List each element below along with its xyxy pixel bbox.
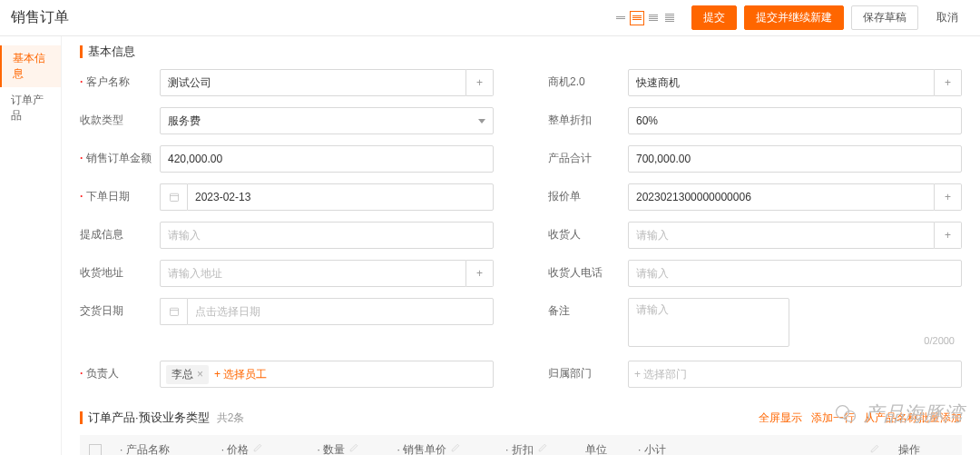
col-disc: 折扣 bbox=[512, 443, 534, 455]
customer-input[interactable] bbox=[160, 69, 466, 96]
density-dense-icon[interactable] bbox=[646, 11, 661, 25]
pay-type-value: 服务费 bbox=[168, 114, 201, 129]
commission-input[interactable] bbox=[160, 222, 494, 249]
label-dept: 归属部门 bbox=[548, 361, 628, 381]
ship-addr-input[interactable] bbox=[160, 260, 466, 287]
col-subtotal: 小计 bbox=[644, 443, 666, 455]
label-commission: 提成信息 bbox=[80, 222, 160, 242]
order-amount-input[interactable] bbox=[160, 145, 494, 173]
chevron-down-icon bbox=[478, 119, 485, 124]
fullscreen-link[interactable]: 全屏显示 bbox=[759, 410, 802, 426]
section-title-label: 基本信息 bbox=[88, 44, 135, 60]
calendar-icon bbox=[160, 298, 187, 325]
pencil-icon bbox=[450, 442, 461, 453]
nav-order-products[interactable]: 订单产品 bbox=[0, 87, 61, 129]
dept-tag-input[interactable]: + 选择部门 bbox=[628, 361, 962, 388]
pencil-icon bbox=[348, 442, 359, 453]
remark-textarea[interactable] bbox=[628, 298, 789, 347]
table-header-row: · 产品名称 · 价格 · 数量 · 销售单价 · 折扣 单位 · 小计 操作 bbox=[80, 435, 962, 455]
col-unit-price: 销售单价 bbox=[403, 443, 446, 455]
pencil-icon bbox=[252, 442, 263, 453]
basic-info-form: 客户名称 + 商机2.0 + 收款类型 服务费 bbox=[80, 69, 962, 388]
svg-rect-2 bbox=[170, 308, 178, 315]
side-nav: 基本信息 订单产品 bbox=[0, 36, 62, 455]
opportunity-input[interactable] bbox=[628, 69, 935, 96]
cancel-button[interactable]: 取消 bbox=[926, 6, 969, 29]
ship-addr-add-button[interactable]: + bbox=[466, 260, 494, 287]
label-pay-type: 收款类型 bbox=[80, 107, 160, 128]
quote-no-input[interactable] bbox=[628, 183, 935, 211]
pay-type-select[interactable]: 服务费 bbox=[160, 107, 494, 134]
label-product-total: 产品合计 bbox=[548, 145, 628, 166]
label-discount: 整单折扣 bbox=[548, 107, 628, 128]
col-price: 价格 bbox=[227, 443, 249, 455]
delivery-date-input[interactable] bbox=[187, 298, 494, 325]
quote-no-add-button[interactable]: + bbox=[935, 183, 962, 211]
customer-add-button[interactable]: + bbox=[466, 69, 494, 96]
density-sparse-icon[interactable] bbox=[613, 11, 628, 25]
label-order-date: 下单日期 bbox=[80, 183, 160, 204]
save-draft-button[interactable]: 保存草稿 bbox=[851, 5, 918, 30]
section-title-basic: 基本信息 bbox=[80, 44, 962, 60]
col-ops: 操作 bbox=[898, 443, 920, 455]
submit-button[interactable]: 提交 bbox=[691, 5, 737, 30]
receiver-input[interactable] bbox=[628, 222, 935, 249]
top-actions: 提交 提交并继续新建 保存草稿 取消 bbox=[613, 5, 969, 30]
col-unit: 单位 bbox=[585, 443, 607, 455]
label-receiver: 收货人 bbox=[548, 222, 628, 242]
col-name: 产品名称 bbox=[126, 443, 170, 455]
main-content: 基本信息 客户名称 + 商机2.0 + 收款类型 bbox=[62, 36, 980, 455]
opportunity-add-button[interactable]: + bbox=[935, 69, 962, 96]
owner-tag-label: 李总 bbox=[172, 367, 193, 382]
owner-tag: 李总 × bbox=[166, 365, 209, 384]
label-opportunity: 商机2.0 bbox=[548, 69, 628, 90]
label-order-amount: 销售订单金额 bbox=[80, 145, 160, 166]
section-marker-icon bbox=[80, 45, 83, 58]
pencil-icon bbox=[869, 443, 880, 454]
remark-char-count: 0/2000 bbox=[924, 335, 955, 346]
label-remark: 备注 bbox=[548, 298, 628, 319]
label-owner: 负责人 bbox=[80, 361, 160, 381]
section-marker-icon bbox=[80, 411, 83, 424]
density-compact-icon[interactable] bbox=[662, 11, 677, 25]
product-total-input[interactable] bbox=[628, 145, 962, 173]
add-row-link[interactable]: 添加一行 bbox=[811, 410, 855, 426]
receiver-tel-input[interactable] bbox=[628, 260, 962, 287]
svg-rect-0 bbox=[170, 193, 178, 201]
receiver-add-button[interactable]: + bbox=[935, 222, 962, 249]
density-default-icon[interactable] bbox=[630, 11, 644, 25]
page-title: 销售订单 bbox=[11, 8, 69, 27]
products-table: · 产品名称 · 价格 · 数量 · 销售单价 · 折扣 单位 · 小计 操作 … bbox=[80, 435, 962, 455]
label-ship-addr: 收货地址 bbox=[80, 260, 160, 281]
calendar-icon bbox=[160, 183, 187, 211]
add-from-name-link[interactable]: 从产品名称批量添加 bbox=[864, 410, 962, 426]
submit-continue-button[interactable]: 提交并继续新建 bbox=[744, 5, 844, 30]
discount-input[interactable] bbox=[628, 107, 962, 134]
label-quote-no: 报价单 bbox=[548, 183, 628, 204]
col-qty: 数量 bbox=[323, 443, 345, 455]
header-checkbox[interactable] bbox=[89, 444, 102, 456]
pencil-icon bbox=[537, 442, 548, 453]
top-bar: 销售订单 提交 提交并继续新建 保存草稿 取消 bbox=[0, 0, 980, 36]
density-toggle bbox=[613, 11, 677, 25]
label-customer: 客户名称 bbox=[80, 69, 160, 90]
label-delivery-date: 交货日期 bbox=[80, 298, 160, 319]
section-product-label: 订单产品·预设业务类型 bbox=[88, 410, 210, 426]
label-receiver-tel: 收货人电话 bbox=[548, 260, 628, 281]
order-date-input[interactable] bbox=[187, 183, 494, 211]
dept-select-link[interactable]: + 选择部门 bbox=[634, 367, 687, 382]
owner-select-link[interactable]: + 选择员工 bbox=[214, 367, 267, 382]
section-product-count: 共2条 bbox=[217, 410, 245, 426]
owner-tag-close[interactable]: × bbox=[197, 368, 203, 381]
owner-tag-input[interactable]: 李总 × + 选择员工 bbox=[160, 361, 494, 388]
section-title-products: 订单产品·预设业务类型 共2条 全屏显示 添加一行 从产品名称批量添加 bbox=[80, 410, 962, 426]
nav-basic-info[interactable]: 基本信息 bbox=[0, 45, 61, 87]
